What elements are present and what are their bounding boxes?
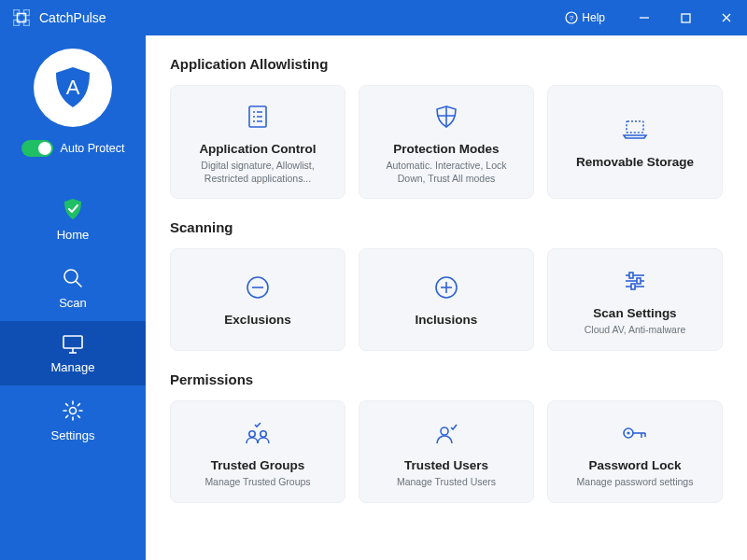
card-row-allowlisting: Application Control Digital signature, A…: [170, 85, 723, 199]
home-shield-icon: [60, 196, 86, 222]
svg-point-17: [70, 408, 77, 414]
svg-line-13: [76, 281, 81, 287]
users-check-icon: [242, 417, 274, 449]
card-protection-modes[interactable]: Protection Modes Automatic. Interactive,…: [359, 85, 534, 199]
shield-icon: A: [48, 63, 98, 113]
shield-split-icon: [432, 101, 460, 133]
svg-text:A: A: [66, 76, 80, 99]
svg-rect-0: [14, 10, 20, 16]
svg-rect-3: [24, 21, 30, 26]
nav-settings[interactable]: Settings: [0, 385, 146, 454]
minus-circle-icon: [244, 272, 272, 303]
minimize-button[interactable]: [624, 0, 665, 35]
close-icon: [721, 12, 732, 23]
svg-point-40: [261, 431, 266, 437]
card-title: Removable Storage: [576, 155, 694, 169]
card-desc: Manage Trusted Users: [397, 475, 496, 488]
nav-manage[interactable]: Manage: [0, 321, 146, 385]
nav-label: Scan: [59, 296, 87, 310]
maximize-icon: [681, 13, 691, 23]
nav-label: Settings: [51, 428, 95, 442]
card-desc: Cloud AV, Anti-malware: [585, 323, 686, 336]
auto-protect-toggle[interactable]: [21, 140, 53, 157]
card-inclusions[interactable]: Inclusions: [359, 248, 534, 351]
svg-rect-38: [631, 284, 635, 289]
nav-label: Manage: [51, 360, 95, 374]
card-title: Trusted Groups: [211, 458, 305, 472]
app-logo-icon: [13, 9, 30, 26]
card-row-permissions: Trusted Groups Manage Trusted Groups Tru…: [170, 400, 723, 503]
key-icon: [620, 417, 650, 449]
svg-point-39: [249, 431, 255, 437]
main-panel: Application Allowlisting Application Con…: [146, 35, 747, 560]
card-removable-storage[interactable]: Removable Storage: [547, 85, 723, 199]
maximize-button[interactable]: [665, 0, 706, 35]
help-button[interactable]: ? Help: [565, 11, 605, 24]
sidebar: A Auto Protect Home Scan Manage Settings: [0, 35, 146, 560]
minimize-icon: [639, 12, 650, 23]
card-title: Trusted Users: [404, 458, 488, 472]
app-title: CatchPulse: [39, 10, 565, 25]
status-shield: A: [34, 49, 112, 127]
card-title: Password Lock: [588, 458, 681, 472]
svg-point-41: [441, 427, 448, 435]
nav-scan[interactable]: Scan: [0, 253, 146, 321]
card-application-control[interactable]: Application Control Digital signature, A…: [170, 85, 345, 199]
gear-icon: [61, 399, 85, 423]
card-desc: Manage password settings: [577, 475, 694, 488]
sliders-icon: [621, 265, 649, 297]
card-title: Exclusions: [224, 313, 290, 327]
card-title: Application Control: [199, 142, 316, 156]
card-title: Scan Settings: [593, 306, 676, 320]
svg-rect-1: [24, 10, 30, 16]
svg-rect-27: [627, 121, 643, 133]
laptop-icon: [619, 114, 651, 146]
card-trusted-users[interactable]: Trusted Users Manage Trusted Users: [359, 400, 534, 503]
card-password-lock[interactable]: Password Lock Manage password settings: [547, 400, 723, 503]
svg-rect-14: [63, 336, 82, 348]
auto-protect-row: Auto Protect: [21, 140, 125, 157]
user-check-icon: [432, 417, 460, 449]
card-scan-settings[interactable]: Scan Settings Cloud AV, Anti-malware: [547, 248, 723, 351]
card-desc: Automatic. Interactive, Lock Down, Trust…: [373, 159, 520, 185]
auto-protect-label: Auto Protect: [61, 142, 125, 155]
card-title: Inclusions: [416, 313, 478, 327]
titlebar: CatchPulse ? Help: [0, 0, 747, 35]
section-title-scanning: Scanning: [170, 219, 723, 235]
close-button[interactable]: [706, 0, 747, 35]
card-desc: Digital signature, Allowlist, Restricted…: [184, 159, 331, 185]
card-trusted-groups[interactable]: Trusted Groups Manage Trusted Groups: [170, 400, 345, 503]
svg-rect-8: [682, 14, 690, 22]
search-icon: [61, 266, 85, 290]
section-title-allowlisting: Application Allowlisting: [170, 56, 723, 72]
help-label: Help: [582, 11, 605, 24]
section-title-permissions: Permissions: [170, 371, 723, 387]
checklist-icon: [244, 101, 272, 133]
card-row-scanning: Exclusions Inclusions Scan Settings Clou…: [170, 248, 723, 351]
nav-home[interactable]: Home: [0, 183, 146, 253]
nav-label: Home: [57, 228, 90, 242]
svg-rect-36: [637, 278, 641, 284]
svg-rect-2: [14, 21, 20, 26]
card-exclusions[interactable]: Exclusions: [170, 248, 345, 351]
svg-text:?: ?: [570, 14, 574, 22]
card-desc: Manage Trusted Groups: [204, 475, 310, 488]
plus-circle-icon: [432, 272, 460, 303]
svg-point-43: [627, 432, 629, 435]
card-title: Protection Modes: [393, 142, 499, 156]
help-icon: ?: [565, 11, 578, 24]
svg-rect-34: [629, 273, 633, 278]
monitor-icon: [61, 334, 85, 355]
